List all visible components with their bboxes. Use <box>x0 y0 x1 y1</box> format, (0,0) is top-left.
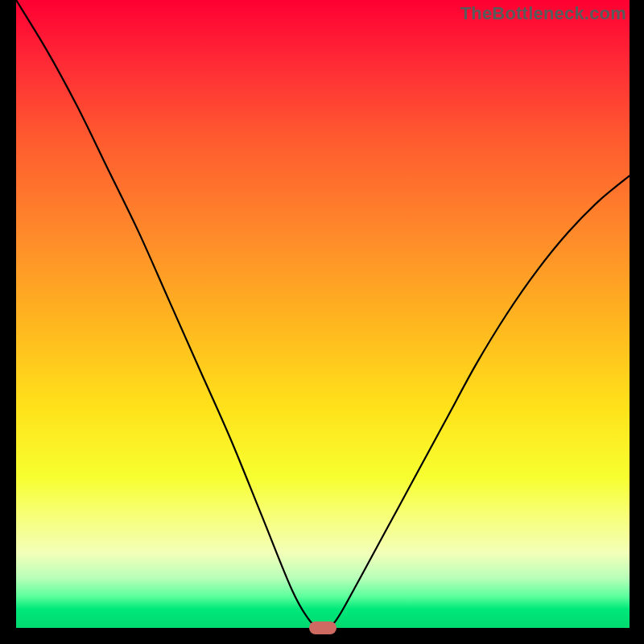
watermark-text: TheBottleneck.com <box>460 3 626 24</box>
curve-path <box>16 0 630 628</box>
bottleneck-curve <box>16 0 630 628</box>
optimum-marker <box>309 621 336 634</box>
plot-area <box>16 0 630 628</box>
chart-stage: TheBottleneck.com <box>0 0 644 644</box>
